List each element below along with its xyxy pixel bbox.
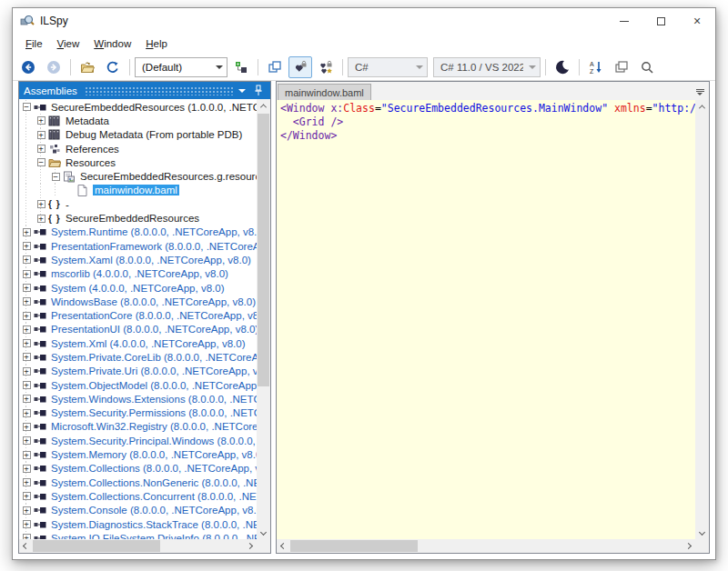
tree-item[interactable]: +System.Collections.NonGeneric (8.0.0.0,… xyxy=(19,476,257,489)
expander-toggle[interactable]: + xyxy=(23,465,31,473)
tree-item[interactable]: +PresentationCore (8.0.0.0, .NETCoreApp,… xyxy=(19,308,257,322)
assembly-list-select[interactable]: (Default) xyxy=(135,57,228,77)
menu-view[interactable]: View xyxy=(50,35,87,52)
scroll-down-arrow[interactable] xyxy=(257,526,270,539)
menu-window[interactable]: Window xyxy=(86,35,138,52)
panel-drag-grip[interactable] xyxy=(85,86,233,95)
tree-item[interactable]: +System.Security.Principal.Windows (8.0.… xyxy=(19,434,257,447)
expander-toggle[interactable]: + xyxy=(23,451,31,459)
tree-item[interactable]: +Microsoft.Win32.Registry (8.0.0.0, .NET… xyxy=(19,420,257,434)
tree-item[interactable]: +System.Private.CoreLib (8.0.0.0, .NETCo… xyxy=(19,350,257,364)
expander-toggle[interactable]: − xyxy=(52,173,60,181)
scroll-right-arrow[interactable] xyxy=(243,539,257,553)
tree-item[interactable]: −SecureEmbeddedResources.g.resources xyxy=(19,169,257,183)
expander-toggle[interactable]: + xyxy=(37,145,46,153)
tree-item[interactable]: +System.Private.Uri (8.0.0.0, .NETCoreAp… xyxy=(19,365,257,378)
new-tab-button[interactable] xyxy=(610,56,633,78)
expander-toggle[interactable]: + xyxy=(23,326,31,334)
title-bar[interactable]: ILSpy × xyxy=(13,8,715,34)
tree-item[interactable]: +System.Windows.Extensions (8.0.0.0, .NE… xyxy=(19,392,257,406)
back-button[interactable] xyxy=(16,56,40,78)
code-editor[interactable]: <Window x:Class="SecureEmbeddedResources… xyxy=(277,100,695,539)
expander-toggle[interactable]: + xyxy=(23,312,31,320)
show-public-only-toggle[interactable] xyxy=(288,56,312,78)
tree-item[interactable]: +System.Diagnostics.StackTrace (8.0.0.0,… xyxy=(19,517,257,531)
expander-toggle[interactable]: − xyxy=(23,103,31,111)
maximize-button[interactable] xyxy=(642,8,679,34)
tree-item[interactable]: +System.IO.FileSystem.DriveInfo (8.0.0.0… xyxy=(19,531,257,539)
expander-toggle[interactable]: + xyxy=(23,506,31,515)
search-button[interactable] xyxy=(635,56,659,78)
expander-toggle[interactable]: + xyxy=(23,520,31,528)
scroll-left-arrow[interactable] xyxy=(19,539,33,553)
expander-toggle[interactable]: + xyxy=(37,200,46,208)
expander-toggle[interactable]: − xyxy=(37,158,46,166)
tree-item[interactable]: +System.Security.Permissions (8.0.0.0, .… xyxy=(19,406,257,420)
minimize-button[interactable] xyxy=(606,8,642,34)
tree-item[interactable]: +mscorlib (4.0.0.0, .NETCoreApp, v8.0) xyxy=(19,267,257,281)
tree-item[interactable]: +PresentationUI (8.0.0.0, .NETCoreApp, v… xyxy=(19,323,257,336)
show-internal-types-button[interactable] xyxy=(263,56,287,78)
tree-item[interactable]: +System.Console (8.0.0.0, .NETCoreApp, v… xyxy=(19,504,257,517)
tree-item[interactable]: −Resources xyxy=(19,155,257,169)
scroll-down-arrow[interactable] xyxy=(695,526,709,539)
sort-assemblies-button[interactable]: AZ xyxy=(584,56,608,78)
tree-item[interactable]: mainwindow.baml xyxy=(19,184,257,197)
tree-hscroll-thumb[interactable] xyxy=(33,540,160,552)
tree-item[interactable]: +References xyxy=(19,142,257,155)
assemblies-panel-header[interactable]: Assemblies xyxy=(19,82,270,99)
editor-hscroll-thumb[interactable] xyxy=(290,540,418,552)
scroll-left-arrow[interactable] xyxy=(277,539,290,553)
expander-toggle[interactable]: + xyxy=(37,215,46,223)
expander-toggle[interactable]: + xyxy=(23,284,31,292)
tree-item[interactable]: +{ }SecureEmbeddedResources xyxy=(19,211,257,225)
scroll-right-arrow[interactable] xyxy=(682,539,695,553)
menu-help[interactable]: Help xyxy=(138,35,175,52)
menu-file[interactable]: File xyxy=(18,35,50,52)
document-list-button[interactable] xyxy=(691,84,709,100)
tree-vscroll-thumb[interactable] xyxy=(258,114,269,386)
expander-toggle[interactable]: + xyxy=(23,478,31,486)
close-button[interactable]: × xyxy=(679,8,715,34)
expander-toggle[interactable]: + xyxy=(23,367,31,376)
expander-toggle[interactable]: + xyxy=(23,255,31,264)
expander-toggle[interactable]: + xyxy=(23,353,31,361)
scroll-up-arrow[interactable] xyxy=(695,100,709,114)
tab-mainwindow-baml[interactable]: mainwindow.baml xyxy=(278,84,371,100)
language-select[interactable]: C# xyxy=(348,57,428,77)
expander-toggle[interactable]: + xyxy=(23,242,31,250)
tree-item[interactable]: +System.Collections.Concurrent (8.0.0.0,… xyxy=(19,489,257,503)
tree-item[interactable]: +System.Xaml (8.0.0.0, .NETCoreApp, v8.0… xyxy=(19,253,257,266)
expander-toggle[interactable]: + xyxy=(23,270,31,278)
expander-toggle[interactable]: + xyxy=(23,436,31,445)
scroll-up-arrow[interactable] xyxy=(257,99,270,113)
tree-item[interactable]: +WindowsBase (8.0.0.0, .NETCoreApp, v8.0… xyxy=(19,295,257,308)
expander-toggle[interactable]: + xyxy=(23,409,31,417)
panel-pin-button[interactable] xyxy=(251,84,266,98)
show-all-members-button[interactable] xyxy=(314,56,338,78)
tree-item[interactable]: −SecureEmbeddedResources (1.0.0.0, .NETC… xyxy=(19,100,257,114)
expander-toggle[interactable]: + xyxy=(23,381,31,389)
expander-toggle[interactable]: + xyxy=(23,339,31,347)
tree-item[interactable]: +Debug Metadata (From portable PDB) xyxy=(19,128,257,142)
editor-horizontal-scrollbar[interactable] xyxy=(277,539,695,553)
expander-toggle[interactable]: + xyxy=(23,228,31,236)
forward-button[interactable] xyxy=(42,56,66,78)
tree-horizontal-scrollbar[interactable] xyxy=(19,539,257,553)
expander-toggle[interactable]: + xyxy=(23,297,31,306)
tree-item[interactable]: +System.ObjectModel (8.0.0.0, .NETCoreAp… xyxy=(19,378,257,392)
expander-toggle[interactable]: + xyxy=(23,395,31,403)
tree-item[interactable]: +System.Xml (4.0.0.0, .NETCoreApp, v8.0) xyxy=(19,336,257,350)
language-version-select[interactable]: C# 11.0 / VS 2022 xyxy=(433,57,541,77)
tree-item[interactable]: +System (4.0.0.0, .NETCoreApp, v8.0) xyxy=(19,281,257,295)
expander-toggle[interactable]: + xyxy=(23,492,31,500)
manage-assembly-lists-button[interactable] xyxy=(229,56,253,78)
tree-item[interactable]: +System.Runtime (8.0.0.0, .NETCoreApp, v… xyxy=(19,225,257,239)
open-file-button[interactable] xyxy=(76,56,99,78)
panel-menu-button[interactable] xyxy=(235,84,249,98)
refresh-button[interactable] xyxy=(101,56,125,78)
tree-item[interactable]: +System.Collections (8.0.0.0, .NETCoreAp… xyxy=(19,462,257,476)
theme-toggle-button[interactable] xyxy=(551,56,574,78)
tree-item[interactable]: +Metadata xyxy=(19,114,257,127)
editor-vertical-scrollbar[interactable] xyxy=(695,100,709,539)
